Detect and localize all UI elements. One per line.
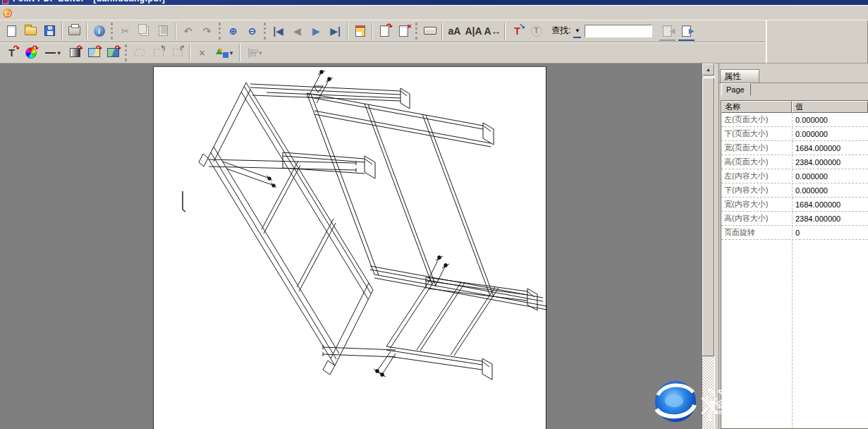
cut-button[interactable]: ✂	[116, 22, 134, 40]
arrow-up-icon: ▲	[706, 67, 711, 72]
property-value: 1684.000000	[792, 200, 868, 209]
chevron-down-icon: ▾	[230, 49, 233, 56]
property-name: 下(内容大小)	[721, 185, 792, 195]
find-previous-button[interactable]: ◀	[659, 22, 676, 40]
tab-page[interactable]: Page	[721, 83, 751, 96]
find-next-button[interactable]: ▶	[678, 22, 695, 40]
menu-view[interactable]	[67, 11, 80, 14]
下(内容大小)[interactable]: 下(内容大小) 0.000000	[721, 183, 868, 198]
toolbar-drag-handle	[125, 44, 128, 61]
redo-button[interactable]: ↷	[198, 22, 216, 40]
font-width-button[interactable]: A↔	[484, 22, 501, 40]
keyboard-button[interactable]	[421, 22, 439, 40]
menu-items	[16, 11, 118, 14]
column-header-value[interactable]: 值	[792, 101, 868, 113]
page-layout-button[interactable]	[351, 22, 369, 40]
页面旋转[interactable]: 页面旋转 0	[721, 226, 868, 240]
find-toolbar: 查找: ▼ ◀ ▶	[550, 22, 696, 40]
pdf-page[interactable]	[153, 66, 546, 429]
menu-edit[interactable]	[29, 11, 42, 14]
add-image-button[interactable]: ↷	[104, 44, 122, 61]
properties-grid-header: 名称 值	[721, 101, 868, 113]
font-size-button[interactable]: aA	[446, 22, 463, 40]
window-title: Foxit PDF Editor - [danliudang.pdf]	[13, 0, 165, 4]
app-window-icon	[2, 0, 8, 4]
new-document-button[interactable]	[3, 22, 20, 40]
properties-panel-title: 属性	[720, 69, 759, 83]
rotate-object-left-button[interactable]: ↰	[149, 44, 167, 61]
toolbar-drag-handle	[264, 23, 267, 40]
property-value: 0.000000	[792, 116, 868, 124]
property-name: 宽(内容大小)	[721, 199, 792, 210]
rotate-object-right-button[interactable]: ↱	[169, 44, 186, 61]
高(页面大小)[interactable]: 高(页面大小) 2384.000000	[721, 155, 868, 169]
properties-tab-row: Page	[719, 83, 868, 96]
宽(内容大小)[interactable]: 宽(内容大小) 1684.000000	[721, 198, 868, 212]
next-page-button[interactable]: ▶	[307, 22, 325, 40]
toolbar-object: T ↷ ↷ ▾ ↷ ↷	[0, 42, 766, 64]
menu-document[interactable]	[54, 11, 67, 14]
column-header-name[interactable]: 名称	[721, 101, 792, 113]
toolbar-separator	[347, 23, 348, 40]
edit-image-button[interactable]: ↷	[85, 44, 103, 61]
app-icon	[3, 8, 12, 18]
save-document-button[interactable]	[41, 22, 59, 40]
delete-object-button[interactable]: ×	[193, 44, 211, 61]
open-document-button[interactable]	[22, 22, 39, 40]
vertical-scrollbar[interactable]: ▲	[702, 64, 714, 429]
font-fit-button[interactable]: A|A	[465, 22, 482, 40]
undo-button[interactable]: ↶	[179, 22, 197, 40]
find-input[interactable]	[585, 25, 652, 37]
左(页面大小)[interactable]: 左(页面大小) 0.000000	[721, 113, 868, 127]
properties-grid-body: 左(页面大小) 0.000000 下(页面大小) 0.000000 宽(页面大小…	[721, 113, 868, 428]
toolbar-filler	[766, 20, 868, 64]
toolbar-separator	[504, 23, 506, 40]
panel-splitter[interactable]	[714, 64, 719, 429]
last-page-button[interactable]: ▶|	[326, 22, 344, 40]
宽(页面大小)[interactable]: 宽(页面大小) 1684.000000	[721, 141, 868, 155]
insert-text-button[interactable]: T ↘	[508, 22, 526, 40]
align-button[interactable]: ▾	[243, 44, 267, 61]
scrollbar-thumb[interactable]	[702, 78, 714, 356]
first-page-button[interactable]: |◀	[269, 22, 287, 40]
property-value: 0.000000	[792, 186, 868, 195]
document-info-button[interactable]: i	[90, 22, 108, 40]
edit-object-button[interactable]	[130, 44, 148, 61]
下(页面大小)[interactable]: 下(页面大小) 0.000000	[721, 127, 868, 141]
paste-button[interactable]	[154, 22, 172, 40]
menu-file[interactable]	[16, 11, 29, 14]
find-label: 查找:	[551, 25, 570, 37]
find-dropdown-button[interactable]: ▼	[573, 25, 582, 37]
import-page-button[interactable]: ↷	[376, 22, 393, 40]
text-properties-button[interactable]: T	[527, 22, 545, 40]
toolbar-separator	[441, 23, 443, 40]
prev-page-button[interactable]: ◀	[288, 22, 306, 40]
shapes-button[interactable]: ▾	[212, 44, 236, 61]
menu-object[interactable]	[42, 11, 54, 14]
document-canvas[interactable]	[0, 64, 702, 429]
delete-page-button[interactable]: ×	[395, 22, 412, 40]
menu-help[interactable]	[105, 11, 118, 14]
copy-button[interactable]	[135, 22, 153, 40]
左(内容大小)[interactable]: 左(内容大小) 0.000000	[721, 169, 868, 183]
property-value: 0.000000	[792, 130, 868, 138]
add-color-button[interactable]: ↷	[22, 44, 39, 61]
menu-filter[interactable]	[80, 11, 92, 14]
toolbar-drag-handle	[111, 23, 114, 40]
add-shading-button[interactable]: ↷	[66, 44, 84, 61]
高(内容大小)[interactable]: 高(内容大小) 2384.000000	[721, 212, 868, 226]
menu-window[interactable]	[92, 11, 105, 14]
property-value: 1684.000000	[792, 144, 868, 152]
chevron-down-icon: ▾	[259, 49, 262, 56]
properties-grid: 名称 值 左(页面大小) 0.000000 下(页面大小) 0.000000 宽…	[721, 100, 868, 429]
toolbar-separator	[189, 44, 190, 61]
property-name: 高(内容大小)	[721, 213, 792, 224]
scroll-up-button[interactable]: ▲	[702, 64, 714, 75]
zoom-out-button[interactable]: ⊖	[243, 22, 261, 40]
line-style-button[interactable]: ▾	[41, 44, 65, 61]
toolbar-separator	[61, 23, 63, 40]
toolbar-drag-handle	[415, 23, 418, 40]
add-text-button[interactable]: T ↷	[3, 44, 20, 61]
zoom-in-button[interactable]: ⊕	[224, 22, 242, 40]
print-button[interactable]	[66, 22, 83, 40]
